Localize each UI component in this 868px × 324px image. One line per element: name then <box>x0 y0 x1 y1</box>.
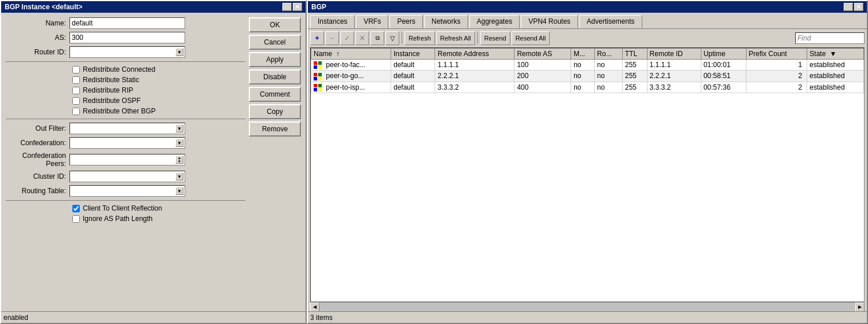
col-remote-address[interactable]: Remote Address <box>435 49 514 60</box>
col-m[interactable]: M... <box>571 49 595 60</box>
out-filter-dropdown[interactable]: ▼ <box>69 123 185 134</box>
left-title-bar: BGP Instance <default> □ ✕ <box>1 1 306 13</box>
horizontal-scrollbar[interactable]: ◀ ▶ <box>310 302 865 311</box>
router-id-dropdown[interactable]: ▼ <box>69 46 185 58</box>
cell-ttl: 255 <box>623 71 648 82</box>
col-name[interactable]: Name ↑ <box>311 49 391 60</box>
router-id-arrow-icon[interactable]: ▼ <box>175 48 183 56</box>
disable-button[interactable]: Disable <box>249 69 301 84</box>
redist-rip-checkbox[interactable] <box>72 87 80 94</box>
tab-peers[interactable]: Peers <box>389 15 422 28</box>
comment-button[interactable]: Comment <box>249 87 301 102</box>
redist-connected-checkbox[interactable] <box>72 66 80 73</box>
col-ro[interactable]: Ro... <box>594 49 622 60</box>
remove-peer-button[interactable]: − <box>325 31 339 45</box>
right-title-bar: BGP □ ✕ <box>308 1 867 13</box>
client-reflection-checkbox[interactable] <box>72 205 80 212</box>
toolbar: + − ✓ ✕ ⧉ ▽ Refresh Refresh All Resend R… <box>308 28 867 47</box>
col-ttl[interactable]: TTL <box>623 49 648 60</box>
cluster-id-dropdown[interactable]: ▼ <box>69 171 185 182</box>
redist-bgp-label: Redistribute Other BGP <box>83 107 156 115</box>
right-close-button[interactable]: ✕ <box>854 3 863 11</box>
scroll-left-button[interactable]: ◀ <box>310 303 319 312</box>
copy-button[interactable]: Copy <box>249 104 301 119</box>
apply-button[interactable]: Apply <box>249 52 301 67</box>
buttons-column: OK Cancel Apply Disable Comment Copy Rem… <box>249 17 301 225</box>
table-row[interactable]: peer-to-fac... default 1.1.1.1 100 no no… <box>311 60 864 71</box>
tab-vrfs[interactable]: VRFs <box>356 15 388 28</box>
check-button[interactable]: ✓ <box>340 31 354 45</box>
tab-instances[interactable]: Instances <box>310 15 355 28</box>
name-label: Name: <box>6 19 69 27</box>
tab-networks[interactable]: Networks <box>424 15 468 28</box>
ok-button[interactable]: OK <box>249 17 301 32</box>
scroll-track[interactable] <box>319 303 855 312</box>
cluster-id-arrow-icon[interactable]: ▼ <box>175 172 183 181</box>
tab-aggregates[interactable]: Aggregates <box>469 15 520 28</box>
cell-remote-id: 2.2.2.1 <box>647 71 701 82</box>
toolbar-separator2 <box>477 32 478 44</box>
conf-peers-dropdown[interactable]: ▲▼ <box>69 154 185 165</box>
as-input[interactable] <box>69 32 185 43</box>
x-button[interactable]: ✕ <box>355 31 369 45</box>
confederation-arrow-icon[interactable]: ▼ <box>175 139 183 147</box>
col-state[interactable]: State ▼ <box>807 49 864 60</box>
cell-ro: no <box>594 60 622 71</box>
out-filter-arrow-icon[interactable]: ▼ <box>175 124 183 132</box>
copy-peer-button[interactable]: ⧉ <box>370 31 384 45</box>
cell-remote-address: 3.3.3.2 <box>435 82 514 93</box>
cell-ro: no <box>594 82 622 93</box>
cell-m: no <box>571 82 595 93</box>
form-area: Name: AS: Router ID: ▼ Redistribute Co <box>6 17 245 225</box>
cell-name: peer-to-isp... <box>311 82 391 93</box>
cell-uptime: 00:57:36 <box>701 82 746 93</box>
tab-vpn4-routes[interactable]: VPN4 Routes <box>521 15 578 28</box>
routing-table-label: Routing Table: <box>6 187 69 195</box>
resend-button[interactable]: Resend <box>480 31 510 45</box>
cancel-button[interactable]: Cancel <box>249 35 301 50</box>
confederation-dropdown[interactable]: ▼ <box>69 137 185 149</box>
refresh-all-button[interactable]: Refresh All <box>436 31 475 45</box>
find-input[interactable] <box>795 32 865 44</box>
close-button[interactable]: ✕ <box>293 3 302 11</box>
redist-static-checkbox[interactable] <box>72 76 80 84</box>
filter-button[interactable]: ▽ <box>385 31 399 45</box>
add-button[interactable]: + <box>310 31 324 45</box>
cell-prefix-count: 2 <box>746 71 807 82</box>
cell-state: established <box>807 60 864 71</box>
router-id-label: Router ID: <box>6 48 69 56</box>
routing-table-dropdown[interactable]: ▼ <box>69 185 185 197</box>
refresh-button[interactable]: Refresh <box>404 31 435 45</box>
tabs-row: Instances VRFs Peers Networks Aggregates… <box>308 13 867 28</box>
resend-all-button[interactable]: Resend All <box>512 31 550 45</box>
col-instance[interactable]: Instance <box>391 49 435 60</box>
col-prefix-count[interactable]: Prefix Count <box>746 49 807 60</box>
cell-prefix-count: 2 <box>746 82 807 93</box>
name-input[interactable] <box>69 17 185 29</box>
col-uptime[interactable]: Uptime <box>701 49 746 60</box>
cell-uptime: 00:58:51 <box>701 71 746 82</box>
redist-ospf-checkbox[interactable] <box>72 97 80 105</box>
ignore-as-checkbox[interactable] <box>72 215 80 223</box>
table-row[interactable]: peer-to-go... default 2.2.2.1 200 no no … <box>311 71 864 82</box>
right-title: BGP <box>311 3 326 11</box>
cell-remote-as: 100 <box>514 60 571 71</box>
right-minimize-button[interactable]: □ <box>844 3 853 11</box>
right-panel: BGP □ ✕ Instances VRFs Peers Networks Ag… <box>307 0 868 324</box>
ignore-as-label: Ignore AS Path Length <box>83 215 153 223</box>
table-row[interactable]: peer-to-isp... default 3.3.3.2 400 no no… <box>311 82 864 93</box>
toolbar-separator <box>402 32 402 44</box>
scroll-right-button[interactable]: ▶ <box>855 303 865 312</box>
minimize-button[interactable]: □ <box>282 3 292 11</box>
col-remote-as[interactable]: Remote AS <box>514 49 571 60</box>
remove-button[interactable]: Remove <box>249 122 301 137</box>
cell-uptime: 01:00:01 <box>701 60 746 71</box>
table-area: Name ↑ Instance Remote Address Remote AS… <box>310 47 865 302</box>
tab-advertisements[interactable]: Advertisements <box>579 15 642 28</box>
conf-peers-arrow-icon[interactable]: ▲▼ <box>175 156 183 164</box>
col-remote-id[interactable]: Remote ID <box>647 49 701 60</box>
cell-ttl: 255 <box>623 60 648 71</box>
confederation-label: Confederation: <box>6 139 69 147</box>
redist-bgp-checkbox[interactable] <box>72 108 80 115</box>
routing-table-arrow-icon[interactable]: ▼ <box>175 187 183 195</box>
